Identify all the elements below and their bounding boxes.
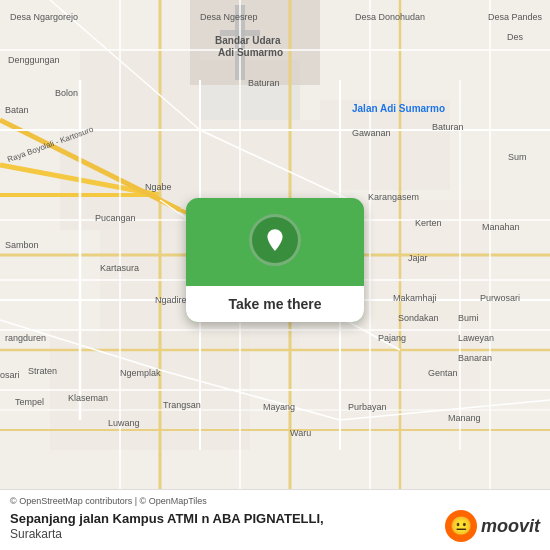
location-city: Surakarta <box>10 527 435 541</box>
location-name: Sepanjang jalan Kampus ATMI n ABA PIGNAT… <box>10 511 435 528</box>
pin-svg <box>262 227 288 253</box>
svg-rect-5 <box>200 120 320 200</box>
location-text: Sepanjang jalan Kampus ATMI n ABA PIGNAT… <box>10 511 435 542</box>
location-pin-icon <box>249 214 301 266</box>
bottom-bar: © OpenStreetMap contributors | © OpenMap… <box>0 489 550 550</box>
moovit-face-icon: 😐 <box>450 517 472 535</box>
map-container: Desa Ngargorejo Desa Ngesrep Desa Donohu… <box>0 0 550 550</box>
moovit-brand-text: moovit <box>481 516 540 537</box>
map-attribution: © OpenStreetMap contributors | © OpenMap… <box>10 496 540 506</box>
location-row: Sepanjang jalan Kampus ATMI n ABA PIGNAT… <box>10 510 540 542</box>
popup-card: Take me there <box>186 198 364 322</box>
moovit-logo: 😐 moovit <box>445 510 540 542</box>
svg-rect-10 <box>190 0 320 85</box>
popup-inner <box>186 198 364 276</box>
take-me-there-button[interactable]: Take me there <box>186 286 364 322</box>
moovit-icon: 😐 <box>445 510 477 542</box>
svg-rect-1 <box>80 50 200 130</box>
